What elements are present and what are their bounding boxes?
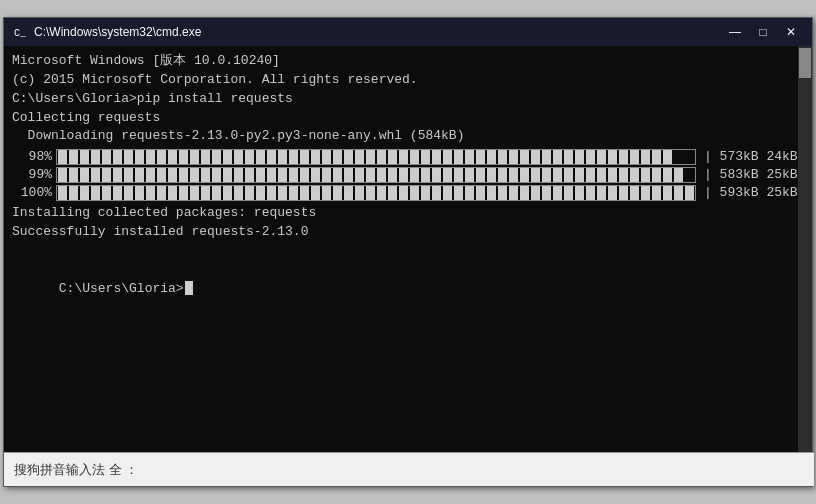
terminal-line-1: Microsoft Windows [版本 10.0.10240] — [12, 52, 804, 71]
scrollbar-thumb[interactable] — [799, 48, 811, 78]
title-bar-controls: — □ ✕ — [722, 22, 804, 42]
cursor — [185, 281, 193, 295]
progress-bar-container-100: | 593kB 25kB/s — [56, 184, 812, 202]
progress-stats-98: | 573kB 24kB/s eta 0:00:01 — [704, 148, 812, 166]
terminal-after-3 — [12, 242, 804, 261]
terminal-after-2: Successfully installed requests-2.13.0 — [12, 223, 804, 242]
progress-label-98: 98% — [12, 148, 52, 166]
progress-section: 98% | 573kB 24kB/s eta 0:00:01 99% | 583… — [12, 148, 804, 202]
prompt-text: C:\Users\Gloria> — [59, 281, 184, 296]
progress-label-99: 99% — [12, 166, 52, 184]
maximize-button[interactable]: □ — [750, 22, 776, 42]
title-bar-left: C_ C:\Windows\system32\cmd.exe — [12, 24, 201, 40]
scrollbar[interactable] — [798, 46, 812, 452]
title-bar-title: C:\Windows\system32\cmd.exe — [34, 25, 201, 39]
progress-bar-98 — [56, 149, 696, 165]
terminal-line-2: (c) 2015 Microsoft Corporation. All righ… — [12, 71, 804, 90]
progress-bar-container-98: | 573kB 24kB/s eta 0:00:01 — [56, 148, 812, 166]
title-bar: C_ C:\Windows\system32\cmd.exe — □ ✕ — [4, 18, 812, 46]
terminal-after-1: Installing collected packages: requests — [12, 204, 804, 223]
progress-label-100: 100% — [12, 184, 52, 202]
progress-stats-99: | 583kB 25kB/s eta 0:00:01 — [704, 166, 812, 184]
terminal-body[interactable]: Microsoft Windows [版本 10.0.10240] (c) 20… — [4, 46, 812, 452]
progress-row-98: 98% | 573kB 24kB/s eta 0:00:01 — [12, 148, 804, 166]
progress-stats-100: | 593kB 25kB/s — [704, 184, 812, 202]
terminal-line-6: Downloading requests-2.13.0-py2.py3-none… — [12, 127, 804, 146]
taskbar: 搜狗拼音输入法 全 ： — [4, 452, 814, 486]
taskbar-text: 搜狗拼音输入法 全 ： — [14, 461, 138, 479]
progress-row-100: 100% | 593kB 25kB/s — [12, 184, 804, 202]
terminal-line-4: C:\Users\Gloria>pip install requests — [12, 90, 804, 109]
svg-text:C_: C_ — [14, 28, 27, 39]
progress-bar-100 — [56, 185, 696, 201]
cmd-icon: C_ — [12, 24, 28, 40]
cmd-window: C_ C:\Windows\system32\cmd.exe — □ ✕ Mic… — [3, 17, 813, 487]
progress-bar-99 — [56, 167, 696, 183]
terminal-line-5: Collecting requests — [12, 109, 804, 128]
terminal-prompt: C:\Users\Gloria> — [12, 261, 804, 318]
progress-row-99: 99% | 583kB 25kB/s eta 0:00:01 — [12, 166, 804, 184]
minimize-button[interactable]: — — [722, 22, 748, 42]
close-button[interactable]: ✕ — [778, 22, 804, 42]
progress-bar-container-99: | 583kB 25kB/s eta 0:00:01 — [56, 166, 812, 184]
